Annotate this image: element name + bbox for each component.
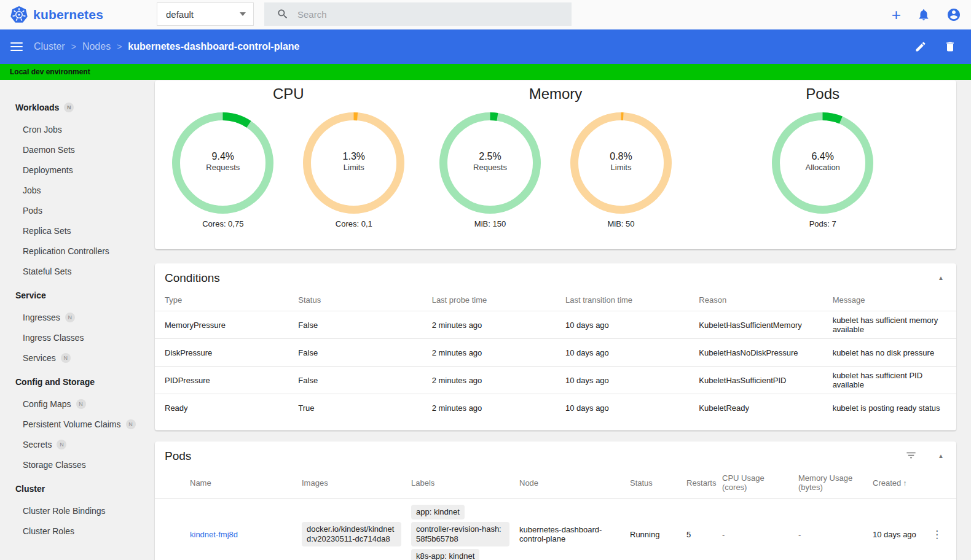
breadcrumb: Cluster>Nodes> kubernetes-dashboard-cont… [34,41,299,52]
sidebar-item-config-maps[interactable]: Config MapsN [0,394,152,414]
breadcrumb-link-cluster[interactable]: Cluster [34,41,65,52]
sort-ascending-icon: ↑ [903,478,907,488]
collapse-conditions-button[interactable]: ▲ [935,273,946,284]
sidebar: WorkloadsNCron JobsDaemon SetsDeployment… [0,80,152,560]
delete-button[interactable] [944,41,956,53]
sidebar-section-service[interactable]: Service [0,284,152,307]
search-input[interactable] [297,9,564,20]
gauge-center-text: 2.5%Requests [473,150,507,171]
column-header-reason: Reason [689,290,822,311]
search-icon [277,8,289,20]
namespace-selector[interactable]: default [157,2,254,26]
kebab-menu-icon[interactable]: ⋮ [932,529,942,540]
condition-cell: MemoryPressure [155,311,288,339]
column-header-node[interactable]: Node [514,469,625,499]
gauge-percentage: 1.3% [343,150,365,161]
sidebar-item-stateful-sets[interactable]: Stateful Sets [0,261,152,281]
condition-cell: Ready [155,394,288,422]
sidebar-item-ingress-classes[interactable]: Ingress Classes [0,327,152,348]
pod-labels-cell: app: kindnetcontroller-revision-hash: 58… [406,499,514,560]
column-header-restarts[interactable]: Restarts [682,469,717,499]
sidebar-item-jobs[interactable]: Jobs [0,180,152,200]
pod-row: kindnet-fmj8ddocker.io/kindest/kindnetd:… [155,499,956,560]
condition-cell: KubeletHasSufficientMemory [689,311,822,339]
pods-title: Pods [165,449,191,463]
menu-icon[interactable] [10,42,23,51]
filter-button[interactable] [905,449,917,463]
sidebar-item-label: Cluster Role Bindings [23,506,106,516]
sidebar-section-label: Service [15,290,46,300]
account-button[interactable] [946,7,961,22]
gauges-row: 2.5%RequestsMiB: 1500.8%LimitsMiB: 50 [439,112,672,228]
gauge-footer: Cores: 0,1 [336,219,372,228]
column-header-last-probe-time: Last probe time [422,290,556,311]
new-badge: N [64,103,74,112]
column-header-cpu-usage-cores[interactable]: CPU Usage (cores) [717,469,793,499]
sidebar-item-label: Cluster Roles [23,526,74,536]
column-header-memory-usage-bytes[interactable]: Memory Usage (bytes) [793,469,868,499]
bell-icon [917,8,930,21]
sidebar-item-cron-jobs[interactable]: Cron Jobs [0,119,152,139]
donut-chart: 1.3%Limits [303,112,404,214]
donut-chart: 0.8%Limits [570,112,672,214]
notifications-button[interactable] [917,8,930,21]
gauge-memory-requests: 2.5%RequestsMiB: 150 [439,112,541,228]
sidebar-item-daemon-sets[interactable]: Daemon Sets [0,139,152,160]
sidebar-section-cluster[interactable]: Cluster [0,477,152,500]
column-header-images[interactable]: Images [297,469,406,499]
sidebar-item-label: Secrets [23,440,52,449]
edit-button[interactable] [914,41,927,53]
column-header-created[interactable]: Created↑ [868,469,927,499]
sidebar-item-replication-controllers[interactable]: Replication Controllers [0,241,152,261]
gauge-cpu-limits: 1.3%LimitsCores: 0,1 [303,112,404,228]
sidebar-item-label: Services [23,353,56,363]
create-resource-button[interactable]: + [892,7,901,23]
condition-cell: False [288,367,422,394]
environment-banner: Local dev environment [0,64,971,80]
sidebar-item-pods[interactable]: Pods [0,200,152,220]
sidebar-section-config-and-storage[interactable]: Config and Storage [0,370,152,394]
pod-cpu-usage-cell: - [717,499,793,560]
collapse-pods-button[interactable]: ▲ [935,451,946,462]
column-header-name[interactable]: Name [185,469,297,499]
table-row: ReadyTrue2 minutes ago10 days agoKubelet… [155,394,956,422]
sidebar-item-cluster-role-bindings[interactable]: Cluster Role Bindings [0,500,152,521]
chart-group-pods: Pods6.4%AllocationPods: 7 [689,85,956,249]
gauge-label: Limits [343,162,365,171]
sidebar-section-workloads[interactable]: WorkloadsN [0,96,152,119]
condition-cell: 2 minutes ago [422,367,556,394]
sidebar-item-label: Config Maps [23,399,71,409]
sidebar-section-label: Config and Storage [15,377,95,387]
brand-logo[interactable]: kubernetes [10,6,103,24]
gauge-label: Allocation [805,162,839,171]
column-header-labels[interactable]: Labels [406,469,514,499]
sidebar-item-label: Pods [23,206,42,216]
donut-chart: 6.4%Allocation [772,112,873,214]
gauge-footer: Pods: 7 [809,219,836,228]
resource-actions [914,41,956,53]
sidebar-item-deployments[interactable]: Deployments [0,160,152,180]
condition-cell: PIDPressure [155,367,288,394]
brand-name: kubernetes [33,7,103,22]
pod-name-link[interactable]: kindnet-fmj8d [190,530,238,539]
topbar-actions: + [892,0,961,29]
sidebar-item-secrets[interactable]: SecretsN [0,434,152,454]
gauge-footer: Cores: 0,75 [202,219,243,228]
condition-cell: KubeletHasSufficientPID [689,367,822,394]
sidebar-item-storage-classes[interactable]: Storage Classes [0,454,152,475]
sidebar-item-ingresses[interactable]: IngressesN [0,307,152,327]
search-bar[interactable] [264,2,572,26]
breadcrumb-link-nodes[interactable]: Nodes [82,41,111,52]
column-header-actions [927,469,956,499]
sidebar-item-persistent-volume-claims[interactable]: Persistent Volume ClaimsN [0,414,152,434]
allocation-charts-card: CPU9.4%RequestsCores: 0,751.3%LimitsCore… [155,80,956,249]
app-root: kubernetes default + Cluster>Nodes> ku [0,0,971,560]
column-header-status[interactable]: Status [625,469,682,499]
sidebar-item-cluster-roles[interactable]: Cluster Roles [0,521,152,541]
gauge-percentage: 9.4% [206,150,240,161]
sidebar-item-replica-sets[interactable]: Replica Sets [0,220,152,241]
table-row: PIDPressureFalse2 minutes ago10 days ago… [155,367,956,394]
pod-node-cell: kubernetes-dashboard-control-plane [514,499,625,560]
sidebar-item-services[interactable]: ServicesN [0,348,152,368]
gauge-label: Requests [473,162,507,171]
